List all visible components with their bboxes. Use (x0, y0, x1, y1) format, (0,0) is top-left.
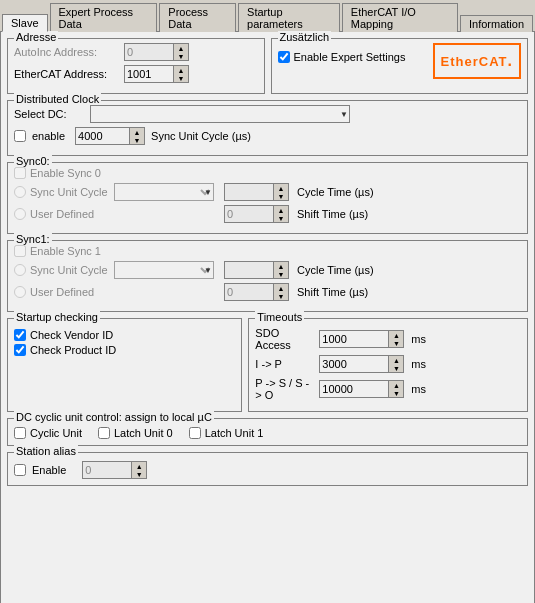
tab-expert-process-data[interactable]: Expert Process Data (50, 3, 158, 32)
sync0-cycle-spin: ▲ ▼ (224, 183, 289, 201)
pso-up[interactable]: ▲ (389, 381, 403, 389)
ip-unit: ms (411, 358, 426, 370)
select-dc-wrapper (90, 105, 350, 123)
ip-row: I -> P ▲ ▼ ms (255, 355, 521, 373)
cyclic-unit-checkbox[interactable] (14, 427, 26, 439)
sync0-enable-checkbox[interactable] (14, 167, 26, 179)
sync0-unit-select[interactable] (114, 183, 214, 201)
sync1-cycle-down[interactable]: ▼ (274, 270, 288, 278)
sync0-cycle-down[interactable]: ▼ (274, 192, 288, 200)
sync1-unit-row: Sync Unit Cycle ▲ ▼ Cycle Time (µs) (14, 261, 521, 279)
dc-cyclic-group: DC cyclic unit control: assign to local … (7, 418, 528, 446)
sync1-unit-select-wrapper (114, 261, 214, 279)
check-product-checkbox[interactable] (14, 344, 26, 356)
sync0-unit-radio[interactable] (14, 186, 26, 198)
enable-expert-checkbox[interactable] (278, 51, 290, 63)
cycle-unit: Sync Unit Cycle (µs) (151, 130, 251, 142)
station-down[interactable]: ▼ (132, 470, 146, 478)
sync1-shift-down[interactable]: ▼ (274, 292, 288, 300)
station-enable-checkbox[interactable] (14, 464, 26, 476)
tab-slave[interactable]: Slave (2, 14, 48, 32)
sync0-shift-up[interactable]: ▲ (274, 206, 288, 214)
ethercat-addr-up[interactable]: ▲ (174, 66, 188, 74)
ip-down[interactable]: ▼ (389, 364, 403, 372)
sync1-shift-input[interactable] (224, 283, 274, 301)
ip-up[interactable]: ▲ (389, 356, 403, 364)
sync0-cycle-input[interactable] (224, 183, 274, 201)
autoinc-input[interactable] (124, 43, 174, 61)
sync0-cycle-arrows[interactable]: ▲ ▼ (273, 183, 289, 201)
station-alias-title: Station alias (14, 445, 78, 457)
sdo-up[interactable]: ▲ (389, 331, 403, 339)
autoinc-down[interactable]: ▼ (174, 52, 188, 60)
ethercat-logo: EtherCAT. (433, 43, 521, 79)
tab-startup-parameters[interactable]: Startup parameters (238, 3, 340, 32)
sdo-arrows[interactable]: ▲ ▼ (388, 330, 404, 348)
sync1-shift-up[interactable]: ▲ (274, 284, 288, 292)
sync0-enable-label: Enable Sync 0 (30, 167, 101, 179)
autoinc-up[interactable]: ▲ (174, 44, 188, 52)
sync0-shift-down[interactable]: ▼ (274, 214, 288, 222)
cycle-down[interactable]: ▼ (130, 136, 144, 144)
startup-group: Startup checking Check Vendor ID Check P… (7, 318, 242, 412)
sdo-down[interactable]: ▼ (389, 339, 403, 347)
sync1-cycle-up[interactable]: ▲ (274, 262, 288, 270)
pso-down[interactable]: ▼ (389, 389, 403, 397)
ip-arrows[interactable]: ▲ ▼ (388, 355, 404, 373)
sync0-user-radio[interactable] (14, 208, 26, 220)
sync1-unit-select[interactable] (114, 261, 214, 279)
zusatz-group: Zusätzlich Enable Expert Settings EtherC… (271, 38, 529, 94)
top-row: Adresse AutoInc Address: ▲ ▼ EtherCAT Ad… (7, 38, 528, 94)
ethercat-addr-input[interactable] (124, 65, 174, 83)
latch0-checkbox[interactable] (98, 427, 110, 439)
sync0-shift-spin: ▲ ▼ (224, 205, 289, 223)
autoinc-spin: ▲ ▼ (124, 43, 189, 61)
pso-row: P -> S / S -> O ▲ ▼ ms (255, 377, 521, 401)
cycle-spin: ▲ ▼ (75, 127, 145, 145)
station-alias-group: Station alias Enable ▲ ▼ (7, 452, 528, 486)
sync1-enable-checkbox[interactable] (14, 245, 26, 257)
station-up[interactable]: ▲ (132, 462, 146, 470)
check-vendor-label: Check Vendor ID (30, 329, 113, 341)
tab-process-data[interactable]: Process Data (159, 3, 236, 32)
distributed-clock-group: Distributed Clock Select DC: enable ▲ ▼ … (7, 100, 528, 156)
latch1-checkbox[interactable] (189, 427, 201, 439)
adresse-title: Adresse (14, 31, 58, 43)
ethercat-addr-arrows[interactable]: ▲ ▼ (173, 65, 189, 83)
cycle-input[interactable] (75, 127, 130, 145)
sync1-user-row: User Defined ▲ ▼ Shift Time (µs) (14, 283, 521, 301)
cycle-up[interactable]: ▲ (130, 128, 144, 136)
sync1-cycle-arrows[interactable]: ▲ ▼ (273, 261, 289, 279)
sync1-shift-arrows[interactable]: ▲ ▼ (273, 283, 289, 301)
tab-ethercat-io-mapping[interactable]: EtherCAT I/O Mapping (342, 3, 458, 32)
select-dc-dropdown[interactable] (90, 105, 350, 123)
station-value-input[interactable] (82, 461, 132, 479)
latch1-label: Latch Unit 1 (205, 427, 264, 439)
sync0-shift-input[interactable] (224, 205, 274, 223)
check-product-row: Check Product ID (14, 344, 235, 356)
cycle-arrows[interactable]: ▲ ▼ (129, 127, 145, 145)
ip-input[interactable] (319, 355, 389, 373)
autoinc-arrows[interactable]: ▲ ▼ (173, 43, 189, 61)
select-dc-label: Select DC: (14, 108, 84, 120)
enable-checkbox[interactable] (14, 130, 26, 142)
pso-label: P -> S / S -> O (255, 377, 315, 401)
sync1-unit-radio[interactable] (14, 264, 26, 276)
sync0-shift-arrows[interactable]: ▲ ▼ (273, 205, 289, 223)
select-dc-row: Select DC: (14, 105, 521, 123)
enable-label: enable (32, 130, 65, 142)
check-vendor-checkbox[interactable] (14, 329, 26, 341)
sync1-user-radio[interactable] (14, 286, 26, 298)
sync0-cycle-up[interactable]: ▲ (274, 184, 288, 192)
pso-arrows[interactable]: ▲ ▼ (388, 380, 404, 398)
enable-expert-row: Enable Expert Settings (278, 51, 406, 63)
ethercat-addr-spin: ▲ ▼ (124, 65, 189, 83)
sync1-cycle-input[interactable] (224, 261, 274, 279)
tab-information[interactable]: Information (460, 15, 533, 32)
ethercat-addr-down[interactable]: ▼ (174, 74, 188, 82)
sync0-user-label: User Defined (30, 208, 110, 220)
sync1-enable-row: Enable Sync 1 (14, 245, 521, 257)
sdo-input[interactable] (319, 330, 389, 348)
pso-input[interactable] (319, 380, 389, 398)
station-value-arrows[interactable]: ▲ ▼ (131, 461, 147, 479)
